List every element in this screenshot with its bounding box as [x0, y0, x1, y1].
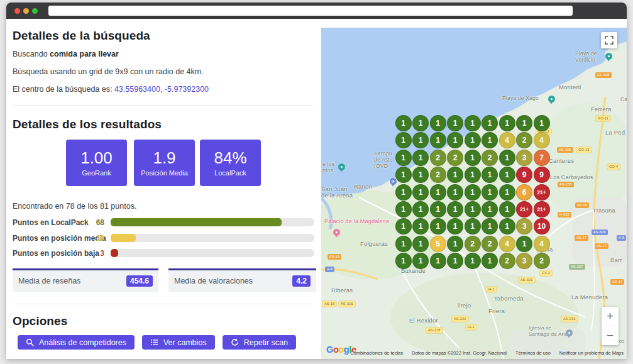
attribution-link[interactable]: Notificar un problema de Maps — [559, 350, 624, 356]
grid-rank-marker[interactable]: 1 — [482, 253, 498, 269]
grid-rank-marker[interactable]: 1 — [482, 167, 498, 183]
grid-rank-marker[interactable]: 7 — [534, 150, 550, 166]
fullscreen-icon — [605, 36, 614, 45]
grid-rank-marker[interactable]: 1 — [499, 167, 515, 183]
grid-rank-marker[interactable]: 1 — [412, 201, 429, 218]
grid-rank-marker[interactable]: 1 — [447, 236, 463, 252]
grid-rank-marker[interactable]: 1 — [482, 184, 498, 201]
fullscreen-button[interactable] — [601, 32, 617, 48]
grid-rank-marker[interactable]: 1 — [395, 236, 412, 252]
grid-rank-marker[interactable]: 21+ — [516, 201, 532, 218]
grid-rank-marker[interactable]: 1 — [412, 115, 429, 131]
search-button[interactable]: Análisis de competidores — [18, 335, 135, 350]
grid-rank-marker[interactable]: 5 — [430, 236, 446, 252]
grid-rank-marker[interactable]: 6 — [516, 184, 532, 201]
grid-rank-marker[interactable]: 1 — [465, 115, 481, 131]
grid-rank-marker[interactable]: 1 — [516, 115, 532, 131]
grid-rank-marker[interactable]: 1 — [499, 115, 515, 131]
grid-rank-marker[interactable]: 2 — [534, 253, 550, 269]
grid-rank-marker[interactable]: 2 — [447, 150, 463, 166]
map-label: San Juan de la Arena — [321, 186, 353, 199]
grid-rank-marker[interactable]: 1 — [412, 236, 429, 252]
grid-rank-marker[interactable]: 4 — [534, 236, 550, 252]
grid-rank-marker[interactable]: 4 — [499, 132, 515, 148]
grid-rank-marker[interactable]: 1 — [430, 253, 446, 269]
grid-rank-marker[interactable]: 1 — [482, 201, 498, 218]
center-coordinates-link[interactable]: 43.55963400, -5.97392300 — [114, 85, 209, 94]
grid-rank-marker[interactable]: 1 — [534, 115, 550, 131]
map-zoom-control: + − — [602, 307, 619, 345]
grid-rank-marker[interactable]: 1 — [395, 150, 412, 166]
grid-rank-marker[interactable]: 3 — [516, 150, 532, 166]
poi-pin-icon — [548, 96, 555, 102]
grid-rank-marker[interactable]: 4 — [534, 132, 550, 148]
grid-rank-marker[interactable]: 1 — [499, 184, 515, 201]
grid-rank-marker[interactable]: 1 — [465, 201, 481, 218]
attribution-link[interactable]: Términos de uso — [515, 350, 551, 356]
zoom-out-button[interactable]: − — [602, 326, 619, 345]
grid-rank-marker[interactable]: 1 — [430, 132, 446, 148]
grid-rank-marker[interactable]: 2 — [430, 150, 446, 166]
average-box: Media de reseñas454.6 — [13, 268, 158, 292]
screen: Detalles de la búsqueda Buscando comida … — [0, 0, 633, 364]
grid-rank-marker[interactable]: 10 — [534, 218, 550, 234]
url-bar[interactable] — [48, 6, 573, 16]
grid-rank-marker[interactable]: 1 — [395, 253, 412, 269]
grid-rank-marker[interactable]: 1 — [430, 201, 446, 218]
grid-rank-marker[interactable]: 9 — [534, 167, 550, 183]
grid-rank-marker[interactable]: 1 — [465, 184, 481, 201]
grid-rank-marker[interactable]: 2 — [499, 253, 515, 269]
grid-rank-marker[interactable]: 4 — [499, 236, 515, 252]
grid-rank-marker[interactable]: 1 — [516, 236, 532, 252]
grid-rank-marker[interactable]: 1 — [412, 167, 429, 183]
window-maximize-button[interactable] — [32, 8, 38, 14]
window-minimize-button[interactable] — [23, 8, 29, 14]
grid-rank-marker[interactable]: 9 — [516, 167, 532, 183]
grid-rank-marker[interactable]: 1 — [465, 253, 481, 269]
window-close-button[interactable] — [14, 8, 20, 14]
airport-pin-icon: ✈ — [390, 178, 397, 185]
attribution-link[interactable]: Combinaciones de teclas — [350, 350, 403, 356]
bar-track — [111, 249, 314, 257]
grid-rank-marker[interactable]: 1 — [430, 218, 446, 234]
grid-rank-marker[interactable]: 1 — [430, 115, 446, 131]
grid-rank-marker[interactable]: 1 — [395, 167, 412, 183]
grid-rank-marker[interactable]: 1 — [395, 218, 412, 234]
grid-rank-marker[interactable]: 1 — [395, 201, 412, 218]
grid-rank-marker[interactable]: 2 — [465, 236, 481, 252]
grid-rank-marker[interactable]: 1 — [499, 201, 515, 218]
map-label: Monteril — [559, 84, 581, 91]
list-button[interactable]: Ver cambios — [142, 335, 215, 350]
map-label: El Rexidor — [409, 317, 438, 324]
grid-rank-marker[interactable]: 1 — [412, 184, 429, 201]
grid-rank-marker[interactable]: 1 — [412, 253, 429, 269]
road-badge: N-632 — [558, 212, 571, 218]
grid-rank-marker[interactable]: 1 — [465, 150, 481, 166]
grid-rank-marker[interactable]: 21+ — [534, 184, 550, 201]
grid-rank-marker[interactable]: 1 — [395, 132, 412, 148]
grid-rank-marker[interactable]: 1 — [499, 218, 515, 234]
grid-rank-marker[interactable]: 2 — [430, 167, 446, 183]
zoom-in-button[interactable]: + — [602, 307, 619, 326]
map-canvas[interactable]: Playa de VerdicioMonterilCaPlaya de Xago… — [321, 28, 627, 359]
grid-rank-marker[interactable]: 1 — [395, 115, 412, 131]
grid-rank-marker[interactable]: 1 — [447, 115, 463, 131]
grid-rank-marker[interactable]: 1 — [430, 184, 446, 201]
grid-rank-marker[interactable]: 1 — [499, 150, 515, 166]
grid-rank-marker[interactable]: 1 — [482, 115, 498, 131]
grid-rank-marker[interactable]: 1 — [447, 184, 463, 201]
grid-rank-marker[interactable]: 1 — [447, 253, 463, 269]
grid-rank-marker[interactable]: 1 — [447, 167, 463, 183]
grid-rank-marker[interactable]: 1 — [465, 132, 481, 148]
grid-rank-marker[interactable]: 1 — [447, 201, 463, 218]
grid-rank-marker[interactable]: 1 — [412, 150, 429, 166]
grid-rank-marker[interactable]: 1 — [395, 184, 412, 201]
attribution-link[interactable]: Datos de mapas ©2022 Inst. Geogr. Nacion… — [412, 350, 507, 356]
grid-rank-marker[interactable]: 1 — [465, 218, 481, 234]
grid-rank-marker[interactable]: 1 — [465, 167, 481, 183]
grid-rank-marker[interactable]: 2 — [482, 150, 498, 166]
grid-rank-marker[interactable]: 21+ — [534, 201, 550, 218]
grid-rank-marker[interactable]: 2 — [482, 236, 498, 252]
grid-rank-marker[interactable]: 3 — [516, 253, 532, 269]
refresh-button[interactable]: Repetir scan — [223, 335, 296, 350]
